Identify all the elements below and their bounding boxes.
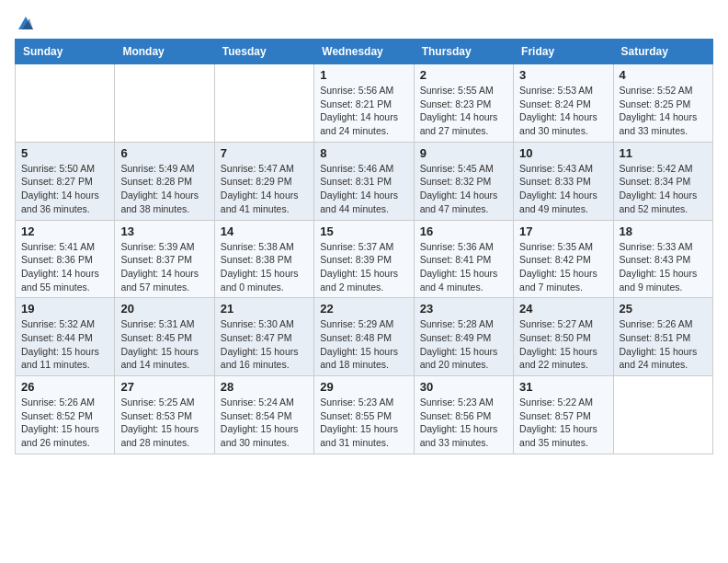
day-info: Sunrise: 5:49 AM Sunset: 8:28 PM Dayligh… [120,162,208,216]
calendar-cell: 31Sunrise: 5:22 AM Sunset: 8:57 PM Dayli… [514,376,613,454]
calendar-cell: 14Sunrise: 5:38 AM Sunset: 8:38 PM Dayli… [214,220,313,298]
day-info: Sunrise: 5:50 AM Sunset: 8:27 PM Dayligh… [21,162,108,216]
calendar-cell: 21Sunrise: 5:30 AM Sunset: 8:47 PM Dayli… [214,298,313,376]
day-info: Sunrise: 5:31 AM Sunset: 8:45 PM Dayligh… [120,317,208,372]
calendar-week-row: 19Sunrise: 5:32 AM Sunset: 8:44 PM Dayli… [16,298,713,376]
calendar-cell: 5Sunrise: 5:50 AM Sunset: 8:27 PM Daylig… [16,142,115,220]
day-info: Sunrise: 5:28 AM Sunset: 8:49 PM Dayligh… [420,317,507,372]
day-info: Sunrise: 5:23 AM Sunset: 8:56 PM Dayligh… [420,396,507,450]
calendar-cell: 24Sunrise: 5:27 AM Sunset: 8:50 PM Dayli… [514,298,613,376]
day-info: Sunrise: 5:52 AM Sunset: 8:25 PM Dayligh… [620,84,707,138]
day-number: 7 [221,146,308,160]
calendar-table: SundayMondayTuesdayWednesdayThursdayFrid… [15,39,713,454]
calendar-cell: 15Sunrise: 5:37 AM Sunset: 8:39 PM Dayli… [314,220,414,298]
day-number: 4 [620,68,707,82]
calendar-cell: 18Sunrise: 5:33 AM Sunset: 8:43 PM Dayli… [613,220,712,298]
calendar-cell: 12Sunrise: 5:41 AM Sunset: 8:36 PM Dayli… [16,220,115,298]
day-info: Sunrise: 5:22 AM Sunset: 8:57 PM Dayligh… [519,396,607,450]
calendar-cell: 7Sunrise: 5:47 AM Sunset: 8:29 PM Daylig… [214,142,313,220]
day-info: Sunrise: 5:47 AM Sunset: 8:29 PM Dayligh… [221,162,308,216]
day-info: Sunrise: 5:36 AM Sunset: 8:41 PM Dayligh… [420,240,507,294]
day-number: 24 [519,302,607,316]
day-info: Sunrise: 5:37 AM Sunset: 8:39 PM Dayligh… [320,240,407,294]
calendar-cell: 30Sunrise: 5:23 AM Sunset: 8:56 PM Dayli… [414,376,513,454]
day-number: 9 [420,146,507,160]
day-info: Sunrise: 5:45 AM Sunset: 8:32 PM Dayligh… [420,162,507,216]
day-number: 19 [21,302,108,316]
day-header-monday: Monday [115,40,214,64]
day-info: Sunrise: 5:26 AM Sunset: 8:52 PM Dayligh… [21,396,108,450]
day-info: Sunrise: 5:53 AM Sunset: 8:24 PM Dayligh… [519,84,607,138]
logo-icon [17,15,35,31]
day-header-tuesday: Tuesday [214,40,313,64]
day-info: Sunrise: 5:42 AM Sunset: 8:34 PM Dayligh… [620,162,707,216]
calendar-week-row: 26Sunrise: 5:26 AM Sunset: 8:52 PM Dayli… [16,376,713,454]
day-number: 23 [420,302,507,316]
calendar-cell: 6Sunrise: 5:49 AM Sunset: 8:28 PM Daylig… [115,142,214,220]
day-info: Sunrise: 5:55 AM Sunset: 8:23 PM Dayligh… [420,84,507,138]
day-header-saturday: Saturday [613,40,712,64]
day-info: Sunrise: 5:23 AM Sunset: 8:55 PM Dayligh… [320,396,407,450]
day-info: Sunrise: 5:27 AM Sunset: 8:50 PM Dayligh… [519,317,607,372]
calendar-cell [16,64,115,143]
day-header-wednesday: Wednesday [314,40,414,64]
day-number: 12 [21,224,108,238]
day-number: 13 [120,224,208,238]
calendar-cell: 10Sunrise: 5:43 AM Sunset: 8:33 PM Dayli… [514,142,613,220]
page-header [15,15,713,31]
calendar-cell: 27Sunrise: 5:25 AM Sunset: 8:53 PM Dayli… [115,376,214,454]
day-header-sunday: Sunday [16,40,115,64]
day-number: 21 [221,302,308,316]
day-info: Sunrise: 5:25 AM Sunset: 8:53 PM Dayligh… [120,396,208,450]
day-number: 2 [420,68,507,82]
day-info: Sunrise: 5:35 AM Sunset: 8:42 PM Dayligh… [519,240,607,294]
calendar-cell [214,64,313,143]
day-number: 6 [120,146,208,160]
calendar-cell: 11Sunrise: 5:42 AM Sunset: 8:34 PM Dayli… [613,142,712,220]
calendar-header-row: SundayMondayTuesdayWednesdayThursdayFrid… [16,40,713,64]
day-number: 1 [320,68,407,82]
calendar-cell: 16Sunrise: 5:36 AM Sunset: 8:41 PM Dayli… [414,220,513,298]
day-number: 22 [320,302,407,316]
calendar-cell: 26Sunrise: 5:26 AM Sunset: 8:52 PM Dayli… [16,376,115,454]
day-info: Sunrise: 5:26 AM Sunset: 8:51 PM Dayligh… [620,317,707,372]
day-info: Sunrise: 5:39 AM Sunset: 8:37 PM Dayligh… [120,240,208,294]
day-header-friday: Friday [514,40,613,64]
day-number: 5 [21,146,108,160]
day-number: 29 [320,380,407,394]
day-number: 3 [519,68,607,82]
day-info: Sunrise: 5:41 AM Sunset: 8:36 PM Dayligh… [21,240,108,294]
calendar-cell: 1Sunrise: 5:56 AM Sunset: 8:21 PM Daylig… [314,64,414,143]
day-number: 10 [519,146,607,160]
calendar-cell: 17Sunrise: 5:35 AM Sunset: 8:42 PM Dayli… [514,220,613,298]
day-number: 17 [519,224,607,238]
calendar-week-row: 5Sunrise: 5:50 AM Sunset: 8:27 PM Daylig… [16,142,713,220]
day-number: 30 [420,380,507,394]
day-info: Sunrise: 5:32 AM Sunset: 8:44 PM Dayligh… [21,317,108,372]
day-number: 14 [221,224,308,238]
day-number: 27 [120,380,208,394]
day-header-thursday: Thursday [414,40,513,64]
day-info: Sunrise: 5:43 AM Sunset: 8:33 PM Dayligh… [519,162,607,216]
day-info: Sunrise: 5:24 AM Sunset: 8:54 PM Dayligh… [221,396,308,450]
day-info: Sunrise: 5:30 AM Sunset: 8:47 PM Dayligh… [221,317,308,372]
day-number: 28 [221,380,308,394]
calendar-cell: 22Sunrise: 5:29 AM Sunset: 8:48 PM Dayli… [314,298,414,376]
calendar-cell: 3Sunrise: 5:53 AM Sunset: 8:24 PM Daylig… [514,64,613,143]
day-info: Sunrise: 5:33 AM Sunset: 8:43 PM Dayligh… [620,240,707,294]
calendar-cell [115,64,214,143]
calendar-cell: 25Sunrise: 5:26 AM Sunset: 8:51 PM Dayli… [613,298,712,376]
calendar-cell: 29Sunrise: 5:23 AM Sunset: 8:55 PM Dayli… [314,376,414,454]
calendar-cell: 4Sunrise: 5:52 AM Sunset: 8:25 PM Daylig… [613,64,712,143]
calendar-cell: 2Sunrise: 5:55 AM Sunset: 8:23 PM Daylig… [414,64,513,143]
day-number: 25 [620,302,707,316]
day-info: Sunrise: 5:56 AM Sunset: 8:21 PM Dayligh… [320,84,407,138]
calendar-cell: 8Sunrise: 5:46 AM Sunset: 8:31 PM Daylig… [314,142,414,220]
day-info: Sunrise: 5:29 AM Sunset: 8:48 PM Dayligh… [320,317,407,372]
day-number: 18 [620,224,707,238]
calendar-cell: 19Sunrise: 5:32 AM Sunset: 8:44 PM Dayli… [16,298,115,376]
day-number: 31 [519,380,607,394]
day-info: Sunrise: 5:46 AM Sunset: 8:31 PM Dayligh… [320,162,407,216]
calendar-cell: 23Sunrise: 5:28 AM Sunset: 8:49 PM Dayli… [414,298,513,376]
logo [15,15,35,31]
